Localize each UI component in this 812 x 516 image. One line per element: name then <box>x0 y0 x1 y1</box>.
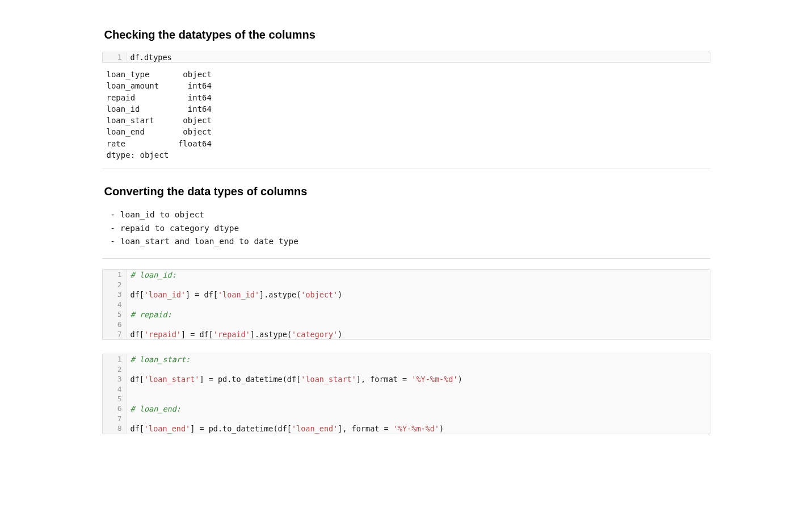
line-number: 6 <box>103 320 127 329</box>
code-text <box>127 280 710 290</box>
line-number: 2 <box>103 364 127 374</box>
code-line: 6 <box>103 320 710 329</box>
line-number: 3 <box>103 374 127 384</box>
code-text: df.dtypes <box>127 52 710 62</box>
spacer <box>102 345 710 354</box>
code-text: # loan_id: <box>127 270 710 280</box>
code-line: 1# loan_start: <box>103 354 710 364</box>
line-number: 7 <box>103 329 127 339</box>
line-number: 4 <box>103 300 127 309</box>
code-line: 2 <box>103 364 710 374</box>
line-number: 5 <box>103 394 127 404</box>
code-line: 7 <box>103 414 710 423</box>
code-text: df['loan_end'] = pd.to_datetime(df['loan… <box>127 423 710 434</box>
line-number: 5 <box>103 309 127 320</box>
code-line: 1df.dtypes <box>103 52 710 62</box>
code-line: 3df['loan_start'] = pd.to_datetime(df['l… <box>103 374 710 384</box>
conversion-bullet-list: - loan_id to object - repaid to category… <box>106 208 710 248</box>
code-text: # loan_end: <box>127 404 710 414</box>
line-number: 4 <box>103 384 127 394</box>
divider <box>102 258 710 259</box>
line-number: 1 <box>103 52 127 62</box>
code-text: df['loan_start'] = pd.to_datetime(df['lo… <box>127 374 710 384</box>
code-text <box>127 394 710 404</box>
code-text: df['repaid'] = df['repaid'].astype('cate… <box>127 329 710 339</box>
code-text <box>127 320 710 329</box>
code-line: 5 <box>103 394 710 404</box>
code-line: 2 <box>103 280 710 290</box>
code-text: # loan_start: <box>127 354 710 364</box>
code-line: 1# loan_id: <box>103 270 710 280</box>
code-lines: 1df.dtypes <box>103 52 710 62</box>
notebook-page: Checking the datatypes of the columns 1d… <box>100 0 713 462</box>
line-number: 2 <box>103 280 127 290</box>
code-cell-convert-b[interactable]: 1# loan_start:23df['loan_start'] = pd.to… <box>102 354 710 434</box>
code-cell-dtypes[interactable]: 1df.dtypes <box>102 52 710 63</box>
code-lines: 1# loan_start:23df['loan_start'] = pd.to… <box>103 354 710 434</box>
code-line: 8df['loan_end'] = pd.to_datetime(df['loa… <box>103 423 710 434</box>
code-editor[interactable]: 1# loan_id:23df['loan_id'] = df['loan_id… <box>102 269 710 340</box>
section-heading-checking: Checking the datatypes of the columns <box>102 28 710 41</box>
code-text <box>127 414 710 423</box>
code-line: 3df['loan_id'] = df['loan_id'].astype('o… <box>103 290 710 300</box>
code-text <box>127 364 710 374</box>
line-number: 1 <box>103 270 127 280</box>
code-text <box>127 384 710 394</box>
code-text <box>127 300 710 309</box>
line-number: 1 <box>103 354 127 364</box>
code-editor[interactable]: 1df.dtypes <box>102 52 710 63</box>
code-editor[interactable]: 1# loan_start:23df['loan_start'] = pd.to… <box>102 354 710 434</box>
code-text: df['loan_id'] = df['loan_id'].astype('ob… <box>127 290 710 300</box>
code-line: 5# repaid: <box>103 309 710 320</box>
code-line: 4 <box>103 384 710 394</box>
code-line: 7df['repaid'] = df['repaid'].astype('cat… <box>103 329 710 339</box>
line-number: 8 <box>103 423 127 434</box>
code-lines: 1# loan_id:23df['loan_id'] = df['loan_id… <box>103 270 710 339</box>
line-number: 6 <box>103 404 127 414</box>
code-text: # repaid: <box>127 309 710 320</box>
code-line: 4 <box>103 300 710 309</box>
line-number: 7 <box>103 414 127 423</box>
section-heading-converting: Converting the data types of columns <box>102 185 710 198</box>
code-cell-convert-a[interactable]: 1# loan_id:23df['loan_id'] = df['loan_id… <box>102 269 710 340</box>
line-number: 3 <box>103 290 127 300</box>
code-line: 6# loan_end: <box>103 404 710 414</box>
divider <box>102 169 710 169</box>
output-dtypes: loan_type object loan_amount int64 repai… <box>107 69 710 161</box>
notebook-content: Checking the datatypes of the columns 1d… <box>100 28 713 434</box>
